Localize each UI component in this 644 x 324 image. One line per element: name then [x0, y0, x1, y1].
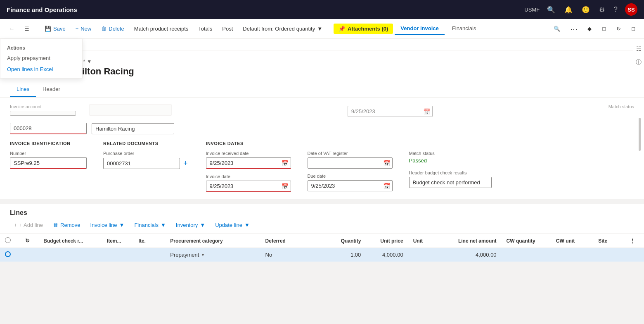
invoice-date-input[interactable] — [206, 181, 291, 192]
invoice-received-date-input[interactable] — [206, 157, 291, 169]
add-line-button[interactable]: + + Add line — [10, 220, 47, 230]
company-selector[interactable]: USMF — [524, 7, 540, 13]
top-bar-right: USMF 🔍 🔔 🙂 ⚙ ? SS — [524, 3, 637, 16]
due-date-input[interactable] — [308, 180, 393, 191]
expand-icon[interactable]: □ — [627, 23, 639, 34]
th-cw-unit[interactable]: CW unit — [551, 234, 593, 248]
td-procurement-category[interactable]: Prepayment ▼ — [165, 248, 260, 262]
trash-icon: 🗑 — [53, 222, 58, 228]
lines-header: Lines + + Add line 🗑 Remove Invoice line… — [0, 204, 644, 234]
th-deferred[interactable]: Deferred — [260, 234, 324, 248]
number-input[interactable] — [10, 157, 87, 169]
lines-toolbar: + + Add line 🗑 Remove Invoice line ▼ Fin… — [10, 220, 634, 230]
tab-vendor-invoice[interactable]: Vendor invoice — [395, 23, 444, 35]
invoice-received-date-group: Invoice received date 📅 — [206, 151, 291, 169]
top-navigation-bar: Finance and Operations USMF 🔍 🔔 🙂 ⚙ ? SS — [0, 0, 644, 19]
due-date-label: Due date — [308, 174, 393, 179]
avatar[interactable]: SS — [625, 3, 637, 16]
add-purchase-order-button[interactable]: + — [182, 157, 189, 169]
td-unit — [408, 248, 440, 262]
copy-icon[interactable]: □ — [598, 23, 610, 34]
table-header-row: ↻ Budget check r... Item... Ite. — [0, 234, 644, 248]
partial-date-input[interactable] — [348, 106, 433, 117]
info-icon[interactable]: ⓘ — [636, 59, 642, 66]
calendar-icon-invoice[interactable]: 📅 — [282, 183, 289, 190]
calendar-icon-vat[interactable]: 📅 — [383, 160, 390, 167]
cmd-search-icon[interactable]: 🔍 — [549, 23, 564, 34]
td-refresh — [20, 248, 39, 262]
new-button[interactable]: + New — [71, 23, 96, 34]
chevron-down-icon: ▼ — [317, 26, 322, 32]
more-icon[interactable]: ⋮ — [630, 238, 635, 244]
th-cw-quantity[interactable]: CW quantity — [502, 234, 551, 248]
post-button[interactable]: Post — [218, 23, 237, 34]
form-section: Invoice account 📅 Match status — [0, 98, 644, 199]
smiley-icon[interactable]: 🙂 — [580, 5, 592, 14]
bell-icon[interactable]: 🔔 — [563, 5, 574, 14]
search-icon[interactable]: 🔍 — [545, 5, 557, 14]
th-refresh: ↻ — [20, 234, 39, 248]
th-item1[interactable]: Item... — [102, 234, 134, 248]
save-button[interactable]: 💾 Save — [40, 23, 70, 34]
td-site — [593, 248, 625, 262]
app-title: Finance and Operations — [7, 6, 77, 13]
th-unit[interactable]: Unit — [408, 234, 440, 248]
calendar-icon-due[interactable]: 📅 — [383, 183, 390, 189]
th-unit-price[interactable]: Unit price — [366, 234, 408, 248]
tab-lines[interactable]: Lines — [10, 82, 36, 97]
breadcrumb-row: Vendor invoice | Standard view * ▼ — [10, 57, 634, 66]
update-line-button[interactable]: Update line ▼ — [211, 220, 254, 230]
gear-icon[interactable]: ⚙ — [597, 5, 606, 14]
header-budget-check-input[interactable] — [409, 177, 492, 188]
vendor-name-group — [92, 123, 174, 134]
td-line-net-amount[interactable]: 4,000.00 — [440, 248, 501, 262]
ellipsis-button[interactable]: ⋯ — [567, 23, 581, 35]
diamond-icon[interactable]: ◆ — [583, 23, 596, 34]
remove-line-button[interactable]: 🗑 Remove — [49, 220, 84, 230]
delete-button[interactable]: 🗑 Delete — [97, 23, 128, 34]
vat-register-input[interactable] — [308, 157, 393, 169]
purchase-order-input[interactable] — [103, 158, 180, 169]
td-select[interactable] — [0, 248, 20, 262]
open-lines-excel-item[interactable]: Open lines in Excel — [0, 64, 82, 75]
refresh-icon-cmd[interactable]: ↻ — [612, 23, 625, 34]
separator-1 — [37, 24, 37, 34]
help-icon[interactable]: ? — [612, 5, 619, 14]
hamburger-button[interactable]: ☰ — [20, 23, 33, 34]
table-body: Prepayment ▼ No 1.00 4,000. — [0, 248, 644, 262]
row-radio — [5, 251, 11, 257]
totals-button[interactable]: Totals — [194, 23, 216, 34]
th-site[interactable]: Site — [593, 234, 625, 248]
header-budget-check-label: Header budget check results — [409, 170, 492, 175]
partial-match-value — [608, 111, 634, 115]
financials-line-button[interactable]: Financials ▼ — [130, 220, 170, 230]
calendar-icon-received[interactable]: 📅 — [282, 160, 289, 167]
td-unit-price[interactable]: 4,000.00 — [366, 248, 408, 262]
vendor-name-input[interactable] — [92, 123, 174, 134]
th-line-net-amount[interactable]: Line net amount — [440, 234, 501, 248]
default-from-button[interactable]: Default from: Ordered quantity ▼ — [239, 23, 327, 34]
tab-header[interactable]: Header — [36, 82, 67, 97]
apply-prepayment-item[interactable]: Apply prepayment — [0, 52, 82, 64]
th-procurement-category[interactable]: Procurement category — [165, 234, 260, 248]
table-row[interactable]: Prepayment ▼ No 1.00 4,000. — [0, 248, 644, 262]
td-quantity[interactable]: 1.00 — [324, 248, 366, 262]
invoice-line-button[interactable]: Invoice line ▼ — [86, 220, 128, 230]
add-line-icon: + — [14, 222, 17, 228]
match-product-receipts-button[interactable]: Match product receipts — [130, 23, 193, 34]
tab-financials[interactable]: Financials — [446, 23, 482, 35]
header-budget-check-group: Header budget check results — [409, 170, 492, 188]
inventory-button[interactable]: Inventory ▼ — [172, 220, 209, 230]
th-quantity[interactable]: Quantity — [324, 234, 366, 248]
td-deferred[interactable]: No — [260, 248, 324, 262]
purchase-order-label: Purchase order — [103, 151, 189, 156]
th-budget-check[interactable]: Budget check r... — [38, 234, 102, 248]
filter-icon[interactable]: ☵ — [636, 45, 642, 52]
invoice-account-input[interactable] — [10, 123, 87, 134]
td-more — [625, 248, 644, 262]
status-col: Match status Passed Header budget check … — [409, 141, 492, 192]
th-item2[interactable]: Ite. — [134, 234, 166, 248]
attachments-button[interactable]: 📌 Attachments (0) — [334, 24, 393, 34]
back-button[interactable]: ← — [5, 23, 19, 34]
calendar-icon-partial[interactable]: 📅 — [423, 108, 430, 115]
